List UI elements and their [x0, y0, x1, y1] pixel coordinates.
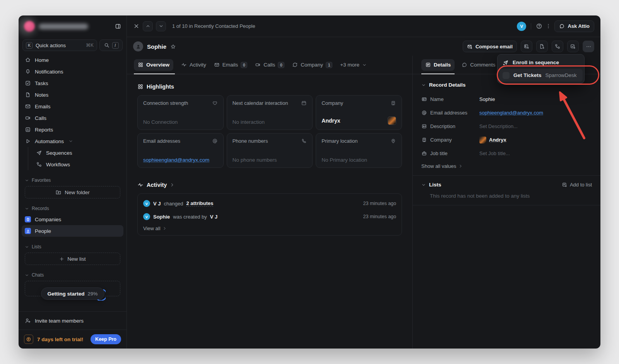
activity-header[interactable]: Activity	[137, 182, 402, 188]
records-section-header[interactable]: Records	[22, 203, 123, 214]
search-button[interactable]: /	[99, 39, 123, 51]
prev-record-button[interactable]	[143, 21, 153, 31]
sidebar-item-emails[interactable]: Emails	[22, 101, 123, 112]
keep-pro-button[interactable]: Keep Pro	[91, 334, 121, 344]
sidebar-item-automations[interactable]: Automations	[22, 135, 123, 147]
collapse-sidebar-icon[interactable]	[115, 23, 121, 29]
tab-overview[interactable]: Overview	[134, 59, 173, 71]
highlight-card-emails[interactable]: Email addresses sophieengland@andryx.com	[137, 133, 224, 168]
quick-actions-shortcut: ⌘K	[86, 43, 94, 48]
chevron-down-icon[interactable]	[421, 183, 426, 187]
field-name[interactable]: Name Sophie	[421, 92, 592, 106]
field-label: Email addresses	[430, 110, 467, 116]
sidebar-nav: Home Notifications Tasks Notes Emails Ca…	[19, 52, 127, 296]
workflow-button[interactable]	[552, 41, 563, 52]
highlight-card-phones[interactable]: Phone numbers No phone numbers	[227, 133, 313, 168]
ellipsis-icon	[586, 44, 592, 50]
folder-plus-icon	[55, 189, 62, 195]
user-avatar[interactable]: V	[517, 22, 526, 31]
ask-attio-button[interactable]: Ask Attio	[554, 21, 594, 32]
favorites-section-header[interactable]: Favorites	[22, 175, 123, 185]
chevron-down-icon	[25, 273, 29, 277]
sidebar-item-label: Automations	[35, 138, 64, 144]
activity-object[interactable]: 2 attributes	[186, 200, 213, 207]
field-description[interactable]: Description Set Description...	[421, 120, 592, 133]
getting-started-pill[interactable]: Getting started 29%	[41, 287, 104, 300]
email-link[interactable]: sophieengland@andryx.com	[479, 110, 592, 116]
email-link[interactable]: sophieengland@andryx.com	[143, 157, 209, 163]
sidebar-item-notifications[interactable]: Notifications	[22, 66, 123, 77]
sidebar-item-home[interactable]: Home	[22, 54, 123, 66]
pulse-icon	[137, 182, 144, 188]
company-count-badge: 1	[326, 62, 332, 68]
sidebar-item-label: Home	[35, 57, 49, 63]
add-task-button[interactable]	[567, 41, 579, 52]
invite-team-button[interactable]: Invite team members	[19, 312, 127, 330]
tab-details[interactable]: Details	[421, 59, 455, 71]
paper-plane-plus-icon	[503, 60, 509, 66]
sidebar-item-label: Calls	[35, 115, 46, 121]
tab-company[interactable]: Company 1	[292, 62, 332, 68]
close-icon[interactable]	[133, 23, 140, 29]
invite-label: Invite team members	[35, 318, 84, 324]
quick-actions-button[interactable]: K Quick actions ⌘K	[22, 39, 97, 51]
sidebar-item-tasks[interactable]: Tasks	[22, 77, 123, 89]
highlight-card-connection[interactable]: Connection strength No Connection	[137, 95, 224, 130]
chat-bubble-icon	[559, 23, 565, 29]
company-avatar	[388, 116, 396, 125]
trial-text: 7 days left on trial!	[37, 337, 87, 342]
help-icon[interactable]	[536, 23, 542, 29]
field-company[interactable]: Company Andryx	[421, 133, 592, 147]
add-record-button[interactable]	[521, 41, 532, 52]
tab-calls[interactable]: Calls 0	[255, 62, 284, 68]
tab-label: Comments	[470, 62, 495, 68]
field-job-title[interactable]: Job title Set Job title...	[421, 147, 592, 160]
lists-section-header[interactable]: Lists	[22, 242, 123, 252]
at-icon	[421, 110, 427, 116]
sidebar-item-people[interactable]: People	[22, 225, 123, 237]
section-title: Records	[32, 206, 49, 211]
compose-email-label: Compose email	[475, 44, 513, 50]
activity-row[interactable]: V V J changed 2 attributes 23 minutes ag…	[143, 197, 396, 210]
tab-activity[interactable]: Activity	[181, 62, 206, 68]
add-to-list-button[interactable]: Add to list	[562, 182, 592, 188]
add-note-button[interactable]	[536, 41, 548, 52]
highlight-card-location[interactable]: Primary location No Primary location	[316, 133, 402, 168]
compose-email-button[interactable]: Compose email	[463, 41, 517, 52]
view-all-link[interactable]: View all	[143, 226, 396, 231]
new-list-button[interactable]: New list	[25, 253, 120, 265]
activity-title: Activity	[147, 182, 167, 188]
show-all-values-link[interactable]: Show all values	[421, 163, 592, 169]
menu-item-get-tickets[interactable]: Get Tickets SparrowDesk	[499, 69, 583, 82]
sidebar-item-reports[interactable]: Reports	[22, 124, 123, 135]
task-check-icon	[25, 80, 31, 86]
more-actions-button[interactable]	[583, 41, 594, 52]
company-link[interactable]: Andryx	[489, 137, 506, 143]
chevron-down-icon	[362, 63, 367, 67]
highlights-grid: Connection strength No Connection Next c…	[137, 95, 402, 168]
sidebar-item-sequences[interactable]: Sequences	[33, 147, 123, 159]
next-record-button[interactable]	[156, 21, 166, 31]
description-icon	[421, 123, 427, 129]
chats-section-header[interactable]: Chats	[22, 270, 123, 280]
sidebar-item-notes[interactable]: Notes	[22, 89, 123, 101]
chevron-right-icon	[162, 226, 167, 231]
sidebar-item-workflows[interactable]: Workflows	[33, 159, 123, 170]
sidebar-item-companies[interactable]: Companies	[22, 214, 123, 225]
tab-label: +3 more	[340, 62, 359, 68]
workspace-name-redacted	[39, 24, 88, 29]
kebab-menu-icon[interactable]	[545, 23, 551, 29]
tab-more[interactable]: +3 more	[340, 62, 367, 68]
field-label: Description	[430, 123, 455, 129]
tab-emails[interactable]: Emails 0	[214, 62, 248, 68]
sidebar-item-calls[interactable]: Calls	[22, 112, 123, 124]
highlight-card-calendar[interactable]: Next calendar interaction No interaction	[227, 95, 313, 130]
tab-label: Overview	[146, 62, 169, 68]
menu-item-enroll-sequence[interactable]: Enroll in sequence	[499, 56, 583, 69]
star-icon[interactable]	[170, 44, 176, 50]
new-folder-button[interactable]: New folder	[25, 186, 120, 198]
field-email-addresses[interactable]: Email addresses sophieengland@andryx.com	[421, 106, 592, 120]
activity-row[interactable]: V Sophie was created by V J 23 minutes a…	[143, 210, 396, 223]
card-label: Phone numbers	[233, 138, 268, 144]
highlight-card-company[interactable]: Company Andryx	[316, 95, 402, 130]
